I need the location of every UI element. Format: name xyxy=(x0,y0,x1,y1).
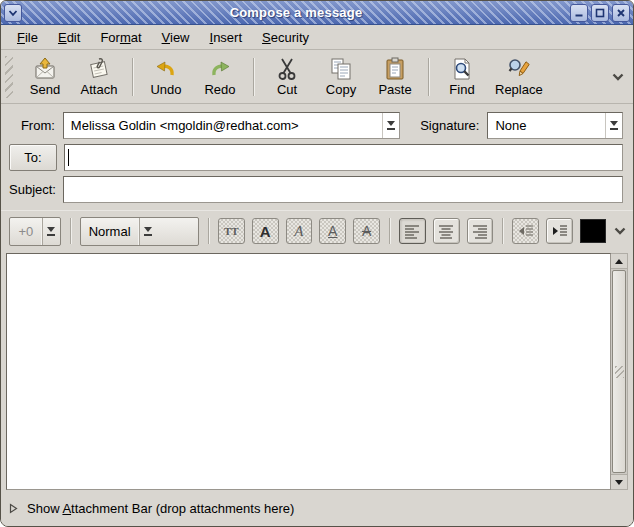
indent-button[interactable] xyxy=(546,218,573,244)
toolbar-drag-handle[interactable] xyxy=(5,56,13,98)
attach-label: Attach xyxy=(81,82,118,97)
cut-button[interactable]: Cut xyxy=(260,55,314,98)
send-label: Send xyxy=(30,82,60,97)
indent-icon xyxy=(552,224,568,238)
bold-button: A xyxy=(252,218,279,244)
main-toolbar: Send Attach Und xyxy=(1,50,633,104)
find-label: Find xyxy=(449,82,474,97)
scrollbar-thumb[interactable] xyxy=(612,270,626,473)
combo-arrow-icon xyxy=(139,218,157,245)
unindent-button xyxy=(512,218,539,244)
menu-view[interactable]: View xyxy=(152,26,200,49)
scroll-up-button[interactable] xyxy=(611,254,627,269)
window-menu-button[interactable] xyxy=(4,4,22,22)
cut-label: Cut xyxy=(277,82,297,97)
replace-button[interactable]: Replace xyxy=(489,55,549,98)
bold-icon: A xyxy=(260,223,271,240)
menubar: File Edit Format View Insert Security xyxy=(1,25,633,50)
from-label: From: xyxy=(9,118,55,133)
paste-button[interactable]: Paste xyxy=(368,55,422,98)
undo-button[interactable]: Undo xyxy=(139,55,193,98)
unindent-icon xyxy=(518,224,534,238)
maximize-icon xyxy=(595,8,605,18)
triangle-right-icon xyxy=(9,503,19,513)
minimize-button[interactable] xyxy=(570,4,588,22)
scrollbar-grip-icon xyxy=(615,366,624,378)
vertical-scrollbar[interactable] xyxy=(611,253,628,490)
header-fields: From: Melissa Goldin <mgoldin@redhat.com… xyxy=(1,104,633,210)
format-separator xyxy=(389,218,390,244)
titlebar[interactable]: Compose a message xyxy=(1,1,633,25)
redo-label: Redo xyxy=(204,82,235,97)
typewriter-icon: TT xyxy=(224,225,239,237)
close-button[interactable] xyxy=(612,4,630,22)
to-input[interactable] xyxy=(64,144,623,171)
font-size-combobox[interactable]: +0 xyxy=(9,217,61,246)
minimize-icon xyxy=(574,8,584,18)
subject-label: Subject: xyxy=(9,182,55,197)
copy-label: Copy xyxy=(326,82,356,97)
text-color-swatch[interactable] xyxy=(580,219,606,243)
toolbar-separator xyxy=(428,58,429,96)
copy-button[interactable]: Copy xyxy=(314,55,368,98)
from-value: Melissa Goldin <mgoldin@redhat.com> xyxy=(64,113,382,138)
chevron-down-icon xyxy=(613,226,627,236)
scroll-down-button[interactable] xyxy=(611,474,627,489)
compose-window: Compose a message File Edit Format xyxy=(0,0,634,527)
replace-label: Replace xyxy=(495,82,543,97)
italic-icon: A xyxy=(294,223,303,240)
send-mail-icon xyxy=(33,57,57,81)
redo-button[interactable]: Redo xyxy=(193,55,247,98)
close-icon xyxy=(616,8,626,18)
italic-button: A xyxy=(286,218,313,244)
text-caret xyxy=(68,149,69,166)
align-center-icon xyxy=(438,224,454,239)
align-left-icon xyxy=(404,224,420,239)
combo-arrow-icon xyxy=(605,113,622,138)
subject-input[interactable] xyxy=(63,176,623,203)
align-center-button[interactable] xyxy=(433,218,460,244)
menu-insert[interactable]: Insert xyxy=(200,26,253,49)
menu-file[interactable]: File xyxy=(7,26,48,49)
align-left-button[interactable] xyxy=(399,218,426,244)
maximize-button[interactable] xyxy=(591,4,609,22)
format-overflow-button[interactable] xyxy=(613,226,627,236)
message-body-area xyxy=(6,253,628,490)
arrow-up-icon xyxy=(615,259,623,264)
attachment-bar-toggle[interactable]: Show Attachment Bar (drop attachments he… xyxy=(1,490,633,526)
signature-combobox[interactable]: None xyxy=(487,112,623,139)
format-separator xyxy=(502,218,503,244)
send-button[interactable]: Send xyxy=(18,55,72,98)
menu-edit[interactable]: Edit xyxy=(48,26,90,49)
attach-icon xyxy=(87,57,111,81)
attachment-bar-label: Show Attachment Bar (drop attachments he… xyxy=(27,501,294,516)
from-combobox[interactable]: Melissa Goldin <mgoldin@redhat.com> xyxy=(63,112,400,139)
strikethrough-icon: A xyxy=(362,223,371,239)
underline-icon: A xyxy=(328,223,337,239)
combo-arrow-icon xyxy=(42,218,60,245)
underline-button: A xyxy=(319,218,346,244)
paragraph-style-value: Normal xyxy=(81,218,139,245)
paste-icon xyxy=(383,57,407,81)
arrow-down-icon xyxy=(615,480,623,485)
format-toolbar: +0 Normal TT A A A A xyxy=(1,210,633,251)
paragraph-style-combobox[interactable]: Normal xyxy=(80,217,199,246)
format-separator xyxy=(208,218,209,244)
paste-label: Paste xyxy=(378,82,411,97)
find-button[interactable]: Find xyxy=(435,55,489,98)
signature-label: Signature: xyxy=(414,118,480,133)
attach-button[interactable]: Attach xyxy=(72,55,126,98)
toolbar-overflow-button[interactable] xyxy=(611,72,625,82)
undo-label: Undo xyxy=(150,82,181,97)
find-icon xyxy=(450,57,474,81)
to-button[interactable]: To: xyxy=(9,144,57,171)
menu-format[interactable]: Format xyxy=(90,26,151,49)
message-body-editor[interactable] xyxy=(6,253,611,490)
align-right-button[interactable] xyxy=(467,218,494,244)
menu-security[interactable]: Security xyxy=(252,26,319,49)
undo-icon xyxy=(154,57,178,81)
font-size-value: +0 xyxy=(10,218,42,245)
format-separator xyxy=(70,218,71,244)
cut-icon xyxy=(275,57,299,81)
chevron-down-icon xyxy=(611,72,625,82)
